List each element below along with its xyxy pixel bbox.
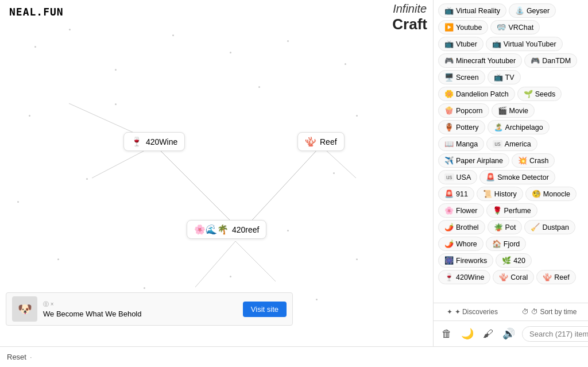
item-icon: 🏺	[444, 123, 454, 132]
sidebar-item[interactable]: 🎆Fireworks	[438, 253, 493, 268]
sidebar-item[interactable]: 🎬Movie	[492, 103, 535, 118]
item-icon: 🪴	[494, 223, 503, 231]
sidebar-item[interactable]: 🎮DanTDM	[524, 53, 577, 68]
item-label: USA	[457, 173, 471, 181]
reset-button[interactable]: Reset	[7, 353, 26, 361]
ad-text: ⓪ × We Become What We Behold	[43, 300, 142, 318]
item-label: Minecraft Youtuber	[456, 57, 516, 65]
sidebar-item[interactable]: 📺Vtuber	[438, 37, 483, 51]
item-icon: ▶️	[444, 23, 454, 32]
canvas-area[interactable]: 🍷 420Wine 🪸 Reef 🌸🌊🌴 420reef 🐶 ⓪ × We Be…	[0, 0, 433, 346]
sidebar-item[interactable]: 🌱Seeds	[517, 87, 562, 101]
item-label: Pottery	[456, 123, 479, 132]
item-label: Geyser	[527, 7, 550, 15]
sidebar-item[interactable]: 🌸Flower	[438, 203, 484, 218]
item-label: Manga	[456, 140, 478, 148]
sort-by-time-button[interactable]: ⏱ ⏱ Sort by time	[511, 303, 589, 320]
item-icon: 🍿	[444, 106, 454, 115]
sidebar-item[interactable]: ▶️Youtube	[438, 20, 488, 34]
item-label: DanTDM	[542, 57, 571, 65]
item-label: Flower	[456, 207, 478, 215]
sidebar-item[interactable]: 💥Crash	[512, 153, 555, 168]
sidebar-item[interactable]: 🍷420Wine	[438, 270, 490, 284]
svg-line-3	[235, 241, 276, 281]
sidebar-item[interactable]: 🪸Reef	[536, 270, 575, 284]
delete-icon[interactable]: 🗑	[439, 326, 454, 342]
item-label: VRChat	[508, 24, 533, 32]
ad-banner: 🐶 ⓪ × We Become What We Behold Visit sit…	[6, 292, 293, 326]
item-icon: 📺	[444, 40, 454, 48]
item-icon: 🪸	[499, 273, 508, 281]
sound-icon[interactable]: 🔊	[500, 325, 517, 342]
item-label: America	[505, 140, 531, 148]
item-icon: 🎮	[444, 56, 454, 65]
sidebar-item[interactable]: usAmerica	[486, 137, 537, 151]
sidebar-item[interactable]: 📖Manga	[438, 137, 484, 151]
sidebar-item[interactable]: 📺Virtual YouTuber	[486, 37, 563, 51]
sidebar-item[interactable]: ✈️Paper Airplane	[438, 153, 509, 168]
item-label: Fireworks	[456, 257, 487, 265]
sidebar-item[interactable]: 🪴Pot	[488, 220, 523, 234]
sidebar-item[interactable]: 🖥️Screen	[438, 70, 485, 84]
sidebar-item[interactable]: 🚨Smoke Detector	[479, 170, 555, 184]
sidebar-item[interactable]: 🍿Popcorn	[438, 103, 489, 118]
sidebar-item[interactable]: 📺Virtual Reality	[438, 3, 506, 18]
flag-icon: us	[493, 140, 502, 148]
item-label: History	[494, 190, 517, 198]
item-icon: 🎆	[444, 256, 454, 265]
canvas-item-reef[interactable]: 🪸 Reef	[297, 132, 345, 151]
item-label: Monocle	[543, 190, 570, 198]
item-label: Youtube	[456, 24, 482, 32]
sidebar-item[interactable]: 📺TV	[488, 70, 521, 84]
sidebar-item[interactable]: 🧹Dustpan	[524, 220, 575, 234]
ad-visit-button[interactable]: Visit site	[243, 302, 287, 317]
sidebar-item[interactable]: 🏺Pottery	[438, 120, 485, 134]
search-input[interactable]	[522, 326, 588, 342]
item-label: Whore	[456, 240, 477, 248]
item-label: Perfume	[504, 207, 531, 215]
sidebar-item[interactable]: 🌶️Brothel	[438, 220, 485, 234]
footer-bar: Reset ·	[0, 346, 588, 367]
svg-line-2	[195, 241, 235, 287]
sidebar-items-list: 📺Virtual Reality⛲Geyser▶️Youtube🥽VRChat📺…	[434, 0, 588, 303]
sidebar-item[interactable]: 🌼Dandelion Patch	[438, 87, 515, 101]
item-icon: ✈️	[444, 156, 454, 165]
moon-icon[interactable]: 🌙	[459, 325, 476, 342]
item-label: Reef	[554, 273, 569, 281]
sidebar-item[interactable]: 🏠Fjord	[486, 237, 526, 251]
item-label: Popcorn	[456, 107, 483, 115]
sidebar-item[interactable]: 🪸Coral	[493, 270, 534, 284]
canvas-item-wine[interactable]: 🍷 420Wine	[123, 132, 185, 151]
item-icon: ⛲	[515, 6, 524, 15]
brush-icon[interactable]: 🖌	[481, 326, 496, 342]
item-icon: 📺	[494, 73, 503, 82]
game-title: Infinite Craft	[392, 2, 427, 33]
ad-title: We Become What We Behold	[43, 310, 142, 318]
item-icon: 🌶️	[444, 223, 454, 231]
sidebar-item[interactable]: 🌿420	[496, 253, 532, 268]
sidebar-item[interactable]: 🧐Monocle	[525, 187, 577, 201]
item-label: 911	[456, 190, 468, 198]
item-label: Coral	[510, 273, 528, 281]
sidebar-item[interactable]: ⛲Geyser	[509, 3, 556, 18]
discoveries-button[interactable]: ✦ ✦ Discoveries	[434, 303, 511, 320]
reset-section: Reset ·	[7, 353, 32, 361]
sidebar-item[interactable]: 🎮Minecraft Youtuber	[438, 53, 522, 68]
item-icon: 💥	[518, 156, 527, 165]
sidebar-item[interactable]: 🥽VRChat	[490, 20, 540, 34]
canvas-item-420reef[interactable]: 🌸🌊🌴 420reef	[187, 220, 266, 239]
item-icon: 🪸	[543, 273, 552, 281]
sidebar-item[interactable]: 📜History	[477, 187, 523, 201]
sidebar-item[interactable]: 🏝️Archipelago	[488, 120, 550, 134]
sidebar-item[interactable]: 🌹Perfume	[486, 203, 537, 218]
item-label: 420	[513, 257, 525, 265]
sidebar-item[interactable]: usUSA	[438, 170, 477, 184]
420reef-icon: 🌸🌊🌴	[194, 224, 229, 235]
flag-icon: us	[444, 173, 454, 181]
sidebar: 📺Virtual Reality⛲Geyser▶️Youtube🥽VRChat📺…	[433, 0, 588, 346]
item-icon: 🌹	[493, 206, 502, 215]
sidebar-item[interactable]: 🌶️Whore	[438, 237, 483, 251]
item-label: Smoke Detector	[497, 173, 549, 181]
sidebar-item[interactable]: 🚨911	[438, 187, 474, 201]
item-icon: 🚨	[444, 190, 454, 198]
